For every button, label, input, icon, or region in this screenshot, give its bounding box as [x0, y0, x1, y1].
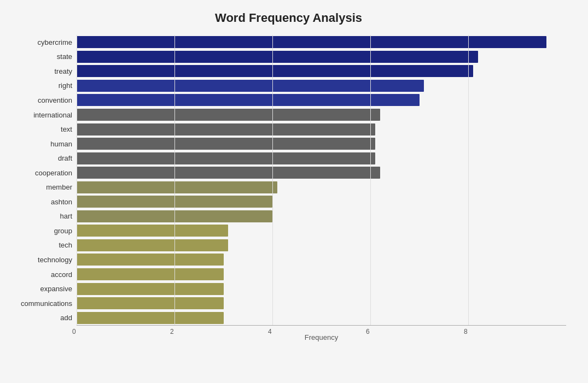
- bar-row: [77, 93, 566, 108]
- bar-row: [77, 223, 566, 238]
- bar: [77, 268, 224, 280]
- x-tick-label: 0: [72, 328, 76, 335]
- bar: [77, 167, 380, 179]
- bar-row: [77, 50, 566, 64]
- y-label: accord: [51, 267, 72, 282]
- bar: [77, 210, 272, 222]
- bar-row: [77, 151, 566, 166]
- bar-row: [77, 195, 566, 209]
- x-ticks: 02468: [77, 326, 566, 332]
- y-label: convention: [38, 93, 72, 108]
- chart-container: Word Frequency Analysis cybercrimestatet…: [0, 0, 588, 383]
- bar: [77, 254, 224, 266]
- bars-wrapper: [77, 35, 566, 325]
- bar-row: [77, 166, 566, 180]
- chart-title: Word Frequency Analysis: [11, 11, 566, 25]
- bar: [77, 312, 224, 324]
- bar-row: [77, 209, 566, 224]
- x-axis: 02468 Frequency: [77, 325, 566, 341]
- bar: [77, 138, 375, 150]
- bars-and-x: 02468 Frequency: [77, 35, 566, 341]
- y-label: hart: [60, 209, 72, 224]
- x-tick-label: 2: [170, 328, 174, 335]
- bar-row: [77, 267, 566, 282]
- bar-row: [77, 122, 566, 137]
- bar: [77, 181, 277, 193]
- bar-row: [77, 35, 566, 50]
- bar-row: [77, 252, 566, 267]
- y-label: treaty: [54, 64, 72, 79]
- bar-row: [77, 137, 566, 151]
- bar: [77, 283, 224, 295]
- bar-row: [77, 108, 566, 122]
- bar: [77, 239, 228, 251]
- y-label: expansive: [40, 281, 72, 296]
- y-label: right: [59, 79, 72, 93]
- bar: [77, 109, 380, 121]
- x-tick-label: 4: [268, 328, 272, 335]
- bar-row: [77, 180, 566, 195]
- chart-area: cybercrimestatetreatyrightconventioninte…: [11, 35, 566, 341]
- y-label: state: [57, 50, 72, 64]
- bar: [77, 80, 424, 92]
- bar: [77, 152, 375, 164]
- bar-row: [77, 310, 566, 325]
- y-label: add: [60, 310, 72, 325]
- bar-row: [77, 281, 566, 296]
- bar: [77, 123, 375, 135]
- y-label: draft: [58, 151, 72, 166]
- bar: [77, 297, 224, 309]
- bar: [77, 94, 420, 106]
- y-label: communications: [21, 296, 72, 311]
- bar-row: [77, 296, 566, 311]
- bar-row: [77, 64, 566, 79]
- bar: [77, 196, 272, 208]
- y-label: group: [54, 223, 72, 238]
- y-label: ashton: [51, 195, 72, 209]
- y-label: technology: [38, 252, 72, 267]
- bar-row: [77, 238, 566, 253]
- x-tick-label: 8: [464, 328, 468, 335]
- bar: [77, 36, 546, 48]
- bar: [77, 51, 478, 63]
- y-label: cybercrime: [37, 35, 72, 50]
- bar: [77, 225, 228, 237]
- y-label: member: [46, 180, 72, 195]
- y-label: text: [61, 122, 72, 137]
- y-label: tech: [59, 238, 72, 253]
- bar: [77, 65, 473, 77]
- x-axis-label: Frequency: [77, 333, 566, 341]
- bar-row: [77, 79, 566, 93]
- x-tick-label: 6: [366, 328, 370, 335]
- y-label: cooperation: [35, 166, 72, 180]
- y-labels: cybercrimestatetreatyrightconventioninte…: [11, 35, 77, 341]
- y-label: international: [33, 108, 72, 122]
- y-label: human: [50, 137, 72, 151]
